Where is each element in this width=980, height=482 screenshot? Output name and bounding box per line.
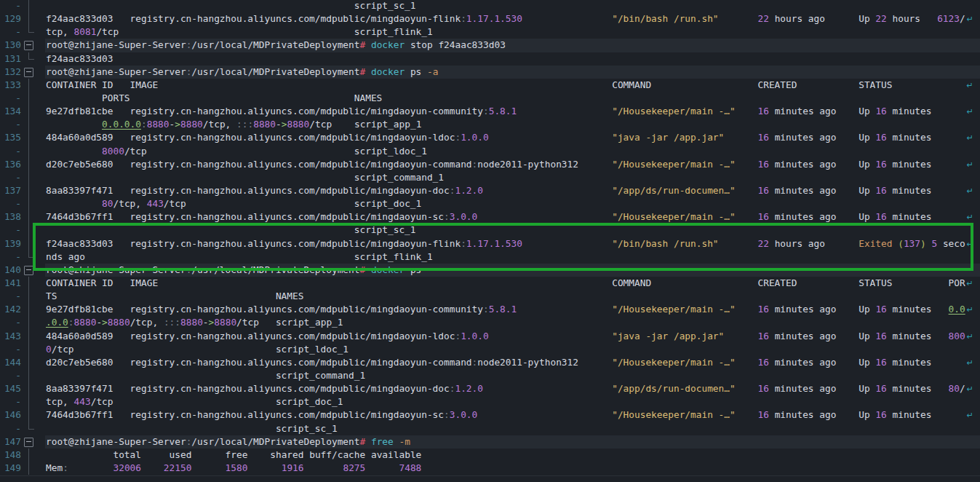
fold-guide-line: [28, 408, 29, 422]
terminal-line: - script_sc_1: [0, 224, 980, 237]
line-number: 137: [0, 184, 21, 197]
terminal-line-text: 7464d3b67ff1 registry.cn-hangzhou.aliyun…: [46, 408, 973, 422]
terminal-line: 148 total used free shared buff/cache av…: [0, 449, 980, 462]
terminal-line-text: 484a60a0d589 registry.cn-hangzhou.aliyun…: [46, 330, 973, 344]
fold-guide-line: [28, 330, 29, 343]
terminal-line: 1467464d3b67ff1 registry.cn-hangzhou.ali…: [0, 408, 980, 422]
line-wrap-icon: ↵: [967, 107, 973, 116]
terminal-prompt-line: 130root@zhijane-Super-Server:/usr/local/…: [0, 39, 980, 52]
terminal-line: 131f24aac833d03: [0, 52, 980, 66]
terminal-line-text: Mem: 32006 22150 1580 1916 8275 7488: [46, 462, 421, 475]
fold-guide-line: [28, 171, 29, 184]
terminal-line-text: CONTAINER ID IMAGE COMMAND CREATED STATU…: [46, 79, 973, 92]
fold-toggle-icon[interactable]: [24, 68, 33, 77]
terminal-line-text: 484a60a0d589 registry.cn-hangzhou.aliyun…: [46, 131, 973, 145]
terminal-window: - script_sc_1129f24aac833d03 registry.cn…: [0, 0, 980, 482]
terminal-line: -tcp, 443/tcp script_doc_1: [0, 395, 980, 408]
fold-guide-line: [28, 290, 29, 303]
terminal-line: 149Mem: 32006 22150 1580 1916 8275 7488: [0, 462, 980, 475]
wrap-continuation-marker: -: [0, 395, 21, 408]
fold-guide-line: [28, 316, 29, 329]
line-number: 142: [0, 303, 21, 316]
terminal-line-text: f24aac833d03 registry.cn-hangzhou.aliyun…: [46, 12, 973, 26]
terminal-line: - script_sc_1: [0, 422, 980, 435]
line-wrap-icon: ↵: [967, 279, 973, 288]
line-number: 138: [0, 210, 21, 224]
line-number: 133: [0, 79, 21, 92]
wrap-continuation-marker: -: [0, 197, 21, 210]
line-number: 144: [0, 356, 21, 369]
line-wrap-icon: ↵: [967, 411, 973, 420]
terminal-line: 1349e27dfb81cbe registry.cn-hangzhou.ali…: [0, 105, 980, 118]
fold-toggle-icon[interactable]: [24, 438, 33, 447]
fold-toggle-icon[interactable]: [24, 41, 33, 50]
terminal-line: 1429e27dfb81cbe registry.cn-hangzhou.ali…: [0, 303, 980, 316]
line-number: 131: [0, 52, 21, 66]
fold-guide-line: [28, 210, 29, 224]
terminal-line-text: root@zhijane-Super-Server:/usr/local/MDP…: [46, 66, 438, 79]
terminal-line: - PORTS NAMES: [0, 92, 980, 105]
terminal-line-text: f24aac833d03 registry.cn-hangzhou.aliyun…: [46, 237, 973, 251]
terminal-line: 1387464d3b67ff1 registry.cn-hangzhou.ali…: [0, 210, 980, 224]
fold-guide-line: [28, 382, 29, 395]
line-number: 148: [0, 449, 21, 462]
terminal-line: 143484a60a0d589 registry.cn-hangzhou.ali…: [0, 330, 980, 343]
fold-toggle-icon[interactable]: [24, 266, 33, 275]
terminal-line: 136d20c7eb5e680 registry.cn-hangzhou.ali…: [0, 158, 980, 171]
terminal-line: -nds ago script_flink_1: [0, 250, 980, 264]
terminal-line-text: .0.0:8880->8880/tcp, :::8880->8880/tcp s…: [46, 316, 343, 329]
terminal-line-text: script_command_1: [46, 171, 444, 184]
terminal-line-text: 0/tcp script_ldoc_1: [46, 343, 348, 356]
terminal-line-text: 8000/tcp script_ldoc_1: [46, 145, 427, 158]
bottom-divider: [0, 475, 980, 476]
fold-guide-line: [28, 369, 29, 382]
line-wrap-icon: ↵: [967, 384, 973, 394]
terminal-line-text: CONTAINER ID IMAGE COMMAND CREATED STATU…: [46, 277, 973, 291]
terminal-line-text: root@zhijane-Super-Server:/usr/local/MDP…: [46, 39, 506, 52]
terminal-line-text: root@zhijane-Super-Server:/usr/local/MDP…: [46, 435, 410, 449]
terminal-line: 129f24aac833d03 registry.cn-hangzhou.ali…: [0, 12, 980, 25]
line-wrap-icon: ↵: [967, 133, 973, 143]
terminal-line: -TS NAMES: [0, 290, 980, 303]
terminal-line-text: tcp, 8081/tcp script_flink_1: [46, 25, 433, 39]
terminal-line-text: 0.0.0.0:8880->8880/tcp, :::8880->8880/tc…: [46, 118, 421, 131]
line-number: 147: [0, 435, 21, 449]
terminal-line: 133CONTAINER ID IMAGE COMMAND CREATED ST…: [0, 79, 980, 92]
wrap-continuation-marker: -: [0, 250, 21, 264]
wrap-continuation-marker: -: [0, 290, 21, 303]
terminal-line: - script_command_1: [0, 171, 980, 184]
terminal-line: - 8000/tcp script_ldoc_1: [0, 145, 980, 158]
terminal-line: 1378aa83397f471 registry.cn-hangzhou.ali…: [0, 184, 980, 197]
fold-guide-line: [28, 131, 29, 144]
line-wrap-icon: ↵: [967, 15, 973, 24]
line-number: 141: [0, 277, 21, 290]
terminal-line-text: root@zhijane-Super-Server:/usr/local/MDP…: [46, 264, 421, 277]
terminal-line: -tcp, 8081/tcp script_flink_1: [0, 25, 980, 39]
wrap-continuation-marker: -: [0, 224, 21, 237]
fold-guide-line: [28, 277, 29, 290]
fold-guide-line: [28, 395, 29, 408]
line-number: 132: [0, 66, 21, 79]
terminal-line-text: script_command_1: [46, 369, 365, 382]
line-number: 134: [0, 105, 21, 118]
terminal-line-text: PORTS NAMES: [46, 92, 382, 105]
fold-guide-line: [28, 105, 29, 118]
line-number: 129: [0, 12, 21, 25]
line-number: 135: [0, 131, 21, 144]
line-wrap-icon: ↵: [967, 213, 973, 222]
terminal-line: 141CONTAINER ID IMAGE COMMAND CREATED ST…: [0, 277, 980, 290]
terminal-output: - script_sc_1129f24aac833d03 registry.cn…: [0, 0, 980, 475]
line-number: 146: [0, 408, 21, 422]
wrap-continuation-marker: -: [0, 343, 21, 356]
terminal-line-text: 8aa83397f471 registry.cn-hangzhou.aliyun…: [46, 382, 973, 396]
line-wrap-icon: ↵: [967, 186, 973, 196]
wrap-continuation-marker: -: [0, 316, 21, 329]
fold-guide-line: [28, 250, 34, 258]
fold-guide-line: [28, 118, 29, 131]
terminal-line-text: d20c7eb5e680 registry.cn-hangzhou.aliyun…: [46, 356, 973, 370]
terminal-line-text: 9e27dfb81cbe registry.cn-hangzhou.aliyun…: [46, 303, 973, 317]
fold-guide-line: [28, 0, 29, 12]
wrap-continuation-marker: -: [0, 92, 21, 105]
fold-guide-line: [28, 303, 29, 316]
wrap-continuation-marker: -: [0, 422, 21, 435]
